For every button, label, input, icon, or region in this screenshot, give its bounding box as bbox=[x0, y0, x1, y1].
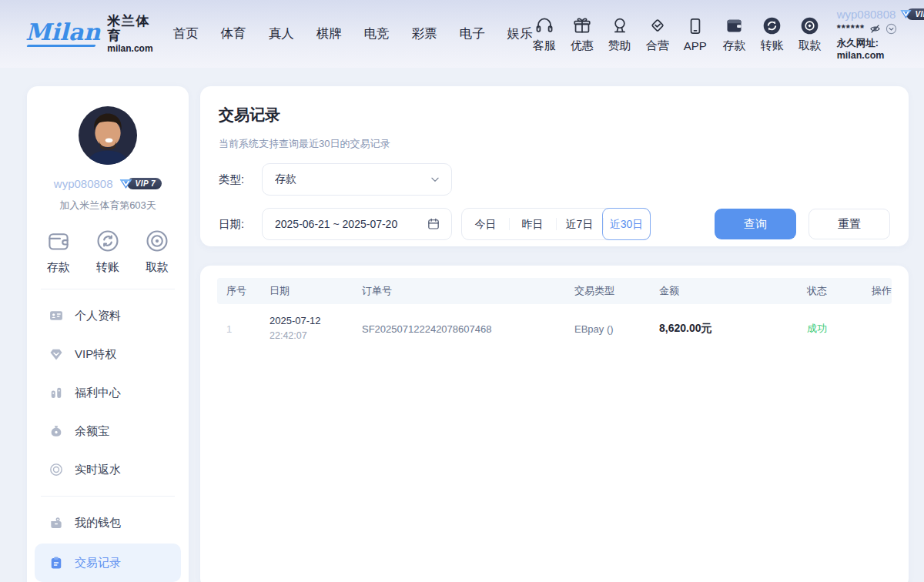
profile-avatar[interactable] bbox=[77, 105, 139, 166]
type-label: 类型: bbox=[219, 172, 253, 187]
nav-item-slots[interactable]: 电子 bbox=[460, 25, 485, 42]
cell-type: EBpay () bbox=[574, 323, 659, 335]
nav-item-esports[interactable]: 电竞 bbox=[364, 25, 390, 42]
nav-item-live[interactable]: 真人 bbox=[269, 25, 294, 42]
sidebar-menu-wallet-group: 我的钱包 交易记录 bbox=[27, 497, 189, 582]
col-index: 序号 bbox=[226, 284, 270, 298]
cell-index: 1 bbox=[226, 323, 270, 335]
calendar-icon bbox=[427, 217, 440, 231]
nav-item-sports[interactable]: 体育 bbox=[221, 25, 246, 42]
sidebar-item-yuebao[interactable]: 余额宝 bbox=[27, 412, 189, 450]
range-30days-button[interactable]: 近30日 bbox=[603, 209, 650, 239]
sidebar-withdraw-button[interactable]: 取款 bbox=[144, 228, 170, 275]
nav-item-cards[interactable]: 棋牌 bbox=[316, 25, 342, 42]
sidebar-item-my-wallet[interactable]: 我的钱包 bbox=[27, 503, 189, 542]
phone-icon bbox=[685, 16, 705, 37]
sidebar-vip-badge: VIP 7 bbox=[119, 178, 162, 190]
col-action: 操作 bbox=[872, 284, 892, 298]
headset-icon bbox=[534, 15, 554, 36]
id-card-icon bbox=[49, 308, 64, 323]
date-filter-row: 日期: 2025-06-21 ~ 2025-07-20 今日 昨日 近7日 近3… bbox=[219, 208, 890, 240]
type-select[interactable]: 存款 bbox=[262, 163, 452, 196]
col-type: 交易类型 bbox=[574, 284, 659, 298]
date-quick-ranges: 今日 昨日 近7日 近30日 bbox=[461, 208, 651, 240]
sidebar-item-benefits[interactable]: 福利中心 bbox=[27, 373, 189, 412]
sidebar-deposit-button[interactable]: 存款 bbox=[45, 228, 72, 275]
range-today-button[interactable]: 今日 bbox=[462, 209, 509, 239]
chevron-down-circle-icon[interactable] bbox=[886, 23, 897, 35]
permanent-url-label: 永久网址: milan.com bbox=[837, 37, 924, 61]
eye-slash-icon[interactable] bbox=[869, 23, 881, 35]
wallet-filled-icon bbox=[724, 15, 745, 36]
moneybag-icon bbox=[49, 423, 64, 439]
partnership-button[interactable]: 合营 bbox=[646, 15, 669, 53]
handshake-icon bbox=[648, 15, 668, 36]
trophy-icon bbox=[610, 15, 630, 36]
sidebar-transfer-button[interactable]: 转账 bbox=[95, 228, 121, 275]
date-label: 日期: bbox=[219, 217, 253, 232]
rebate-icon bbox=[49, 462, 64, 477]
sponsor-button[interactable]: 赞助 bbox=[608, 15, 631, 53]
sidebar-username: wyp080808 bbox=[54, 177, 113, 190]
top-navbar: Milan 米兰体育 milan.com 首页 体育 真人 棋牌 电竞 彩票 电… bbox=[0, 0, 924, 68]
vip-badge: VIP 7 bbox=[899, 8, 924, 20]
cell-time: 22:42:07 bbox=[270, 330, 307, 341]
promotions-button[interactable]: 优惠 bbox=[571, 15, 594, 53]
app-download-button[interactable]: APP bbox=[684, 16, 707, 52]
my-wallet-icon bbox=[49, 515, 64, 530]
transaction-table-card: 序号 日期 订单号 交易类型 金额 状态 操作 1 2025-07-12 22:… bbox=[200, 266, 909, 582]
page: Milan 米兰体育 milan.com 首页 体育 真人 棋牌 电竞 彩票 电… bbox=[0, 0, 924, 582]
withdraw-button[interactable]: 取款 bbox=[798, 15, 822, 53]
join-days-label: 加入米兰体育第603天 bbox=[27, 199, 189, 212]
cell-date: 2025-07-12 22:42:07 bbox=[270, 314, 362, 343]
transfer-outline-icon bbox=[95, 228, 121, 254]
transaction-filter-card: 交易记录 当前系统支持查询最近30日的交易记录 类型: 存款 日期: 2025-… bbox=[200, 86, 909, 246]
logo-script-icon: Milan bbox=[25, 21, 100, 47]
logo-domain: milan.com bbox=[107, 44, 152, 55]
sidebar-item-rebate[interactable]: 实时返水 bbox=[27, 450, 189, 489]
user-info-block[interactable]: wyp080808 VIP 7 ****** bbox=[837, 8, 924, 61]
transfer-filled-icon bbox=[762, 15, 782, 36]
nav-item-lottery[interactable]: 彩票 bbox=[412, 25, 437, 42]
username-label: wyp080808 bbox=[837, 8, 896, 21]
benefits-icon bbox=[49, 385, 64, 400]
navbar-quick-icons: 客服 优惠 bbox=[533, 15, 822, 53]
search-button[interactable]: 查询 bbox=[715, 209, 796, 239]
sidebar-item-vip[interactable]: VIP特权 bbox=[27, 335, 189, 373]
sidebar-menu: 个人资料 VIP特权 bbox=[27, 289, 189, 496]
date-range-value: 2025-06-21 ~ 2025-07-20 bbox=[275, 218, 397, 230]
withdraw-outline-icon bbox=[144, 228, 170, 254]
nav-item-entertainment[interactable]: 娱乐 bbox=[507, 25, 533, 42]
type-filter-row: 类型: 存款 bbox=[219, 163, 890, 196]
brand-logo[interactable]: Milan 米兰体育 milan.com bbox=[25, 14, 153, 55]
transfer-button[interactable]: 转账 bbox=[761, 15, 784, 53]
reset-button[interactable]: 重置 bbox=[808, 209, 890, 239]
logo-cn-title: 米兰体育 bbox=[107, 14, 152, 44]
table-row: 1 2025-07-12 22:42:07 SF2025071222420786… bbox=[217, 304, 892, 353]
table-header-row: 序号 日期 订单号 交易类型 金额 状态 操作 bbox=[217, 278, 892, 304]
col-status: 状态 bbox=[807, 284, 872, 298]
customer-service-button[interactable]: 客服 bbox=[533, 15, 556, 53]
range-7days-button[interactable]: 近7日 bbox=[556, 209, 603, 239]
col-amount: 金额 bbox=[659, 284, 807, 298]
deposit-button[interactable]: 存款 bbox=[723, 15, 746, 53]
col-date: 日期 bbox=[270, 284, 362, 298]
date-range-input[interactable]: 2025-06-21 ~ 2025-07-20 bbox=[262, 208, 452, 240]
range-yesterday-button[interactable]: 昨日 bbox=[509, 209, 556, 239]
page-title: 交易记录 bbox=[219, 105, 890, 125]
profile-sidebar: wyp080808 VIP 7 加入米兰体育第603天 bbox=[27, 86, 189, 582]
withdraw-filled-icon bbox=[799, 15, 820, 36]
sidebar-item-profile[interactable]: 个人资料 bbox=[27, 296, 189, 335]
wallet-outline-icon bbox=[45, 228, 72, 254]
main-nav: 首页 体育 真人 棋牌 电竞 彩票 电子 娱乐 bbox=[173, 25, 533, 42]
page-subtitle: 当前系统支持查询最近30日的交易记录 bbox=[219, 137, 890, 151]
vip-gem-icon bbox=[49, 346, 64, 362]
records-icon bbox=[49, 555, 64, 570]
gift-icon bbox=[572, 15, 592, 36]
type-select-value: 存款 bbox=[275, 172, 296, 186]
cell-amount: 8,620.00元 bbox=[659, 322, 807, 336]
nav-item-home[interactable]: 首页 bbox=[173, 25, 199, 42]
cell-order-no: SF202507122242078607468 bbox=[362, 323, 574, 335]
col-order-no: 订单号 bbox=[362, 284, 574, 298]
sidebar-item-transaction-records[interactable]: 交易记录 bbox=[35, 544, 181, 582]
